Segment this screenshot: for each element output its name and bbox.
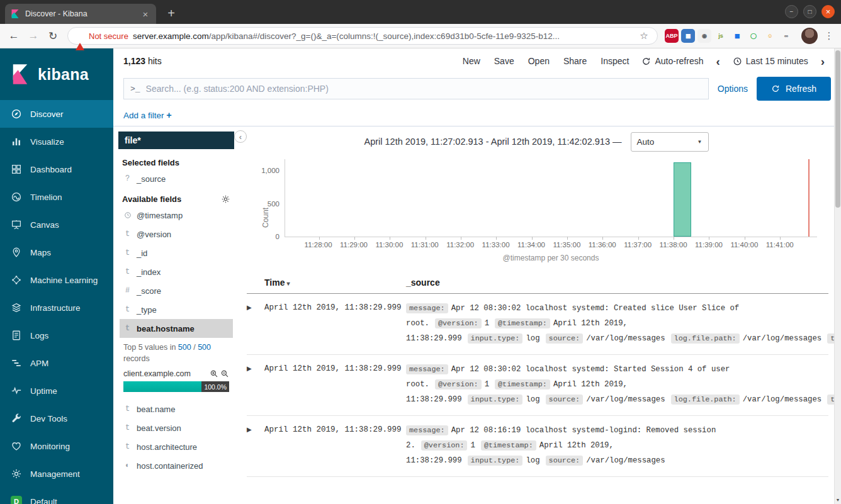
search-input[interactable] — [146, 84, 702, 94]
expand-doc-icon[interactable]: ▶ — [247, 301, 264, 346]
index-pattern-header[interactable]: file* — [118, 132, 234, 149]
grid-ext-icon[interactable]: ▦ — [730, 29, 744, 43]
x-tick-label: 11:29:00 — [340, 241, 368, 249]
add-filter-link[interactable]: Add a filter + — [123, 110, 172, 120]
field-item-beat.name[interactable]: tbeat.name — [120, 400, 233, 418]
emoji-ext-icon[interactable]: ☺ — [763, 29, 777, 43]
field-item-_source[interactable]: ?_source — [120, 169, 233, 188]
timelion-icon — [11, 191, 22, 203]
zoom-out-icon[interactable] — [220, 369, 229, 378]
collapse-fields-button[interactable]: ‹ — [234, 130, 247, 143]
sidebar-item-infrastructure[interactable]: Infrastructure — [0, 294, 113, 322]
options-link[interactable]: Options — [718, 84, 748, 94]
sidebar-item-management[interactable]: Management — [0, 460, 113, 488]
js-ext-icon[interactable]: js — [714, 29, 728, 43]
green-ring-ext-icon[interactable]: ◯ — [747, 29, 760, 43]
zoom-in-icon[interactable] — [210, 369, 218, 378]
x-tick-label: 11:39:00 — [695, 241, 723, 249]
source-field-badge: log.file.path: — [671, 333, 740, 344]
browser-tab[interactable]: Discover - Kibana × — [5, 4, 156, 24]
field-item-_type[interactable]: t_type — [120, 300, 233, 319]
canvas-icon — [11, 219, 22, 230]
topbar-share-button[interactable]: Share — [563, 56, 587, 66]
compass-icon — [11, 108, 22, 120]
topbar-save-button[interactable]: Save — [494, 56, 514, 66]
auto-refresh-icon — [641, 57, 651, 66]
topbar-open-button[interactable]: Open — [528, 56, 550, 66]
histogram-chart[interactable]: Count 05001,000 11:28:0011:29:0011:30:00… — [244, 159, 828, 266]
sidebar-item-dev-tools[interactable]: Dev Tools — [0, 405, 113, 432]
bookmark-star-icon[interactable]: ☆ — [638, 30, 650, 42]
field-settings-gear-icon[interactable] — [221, 194, 230, 204]
field-item-beat.version[interactable]: tbeat.version — [120, 418, 233, 437]
back-button[interactable]: ← — [6, 30, 21, 42]
tab-close-icon[interactable]: × — [140, 9, 151, 20]
time-range-button[interactable]: Last 15 minutes — [733, 56, 808, 66]
topbar-new-button[interactable]: New — [463, 56, 480, 66]
histogram-plot-area[interactable]: 05001,000 — [285, 159, 817, 237]
field-records-total-link[interactable]: 500 — [198, 343, 211, 352]
sidebar-item-uptime[interactable]: Uptime — [0, 377, 113, 405]
link-ext-icon[interactable]: ∞ — [779, 29, 793, 43]
reload-button[interactable]: ↻ — [45, 30, 60, 43]
ring-ext-icon[interactable]: ◉ — [697, 29, 711, 43]
histogram-bar[interactable] — [674, 162, 691, 237]
search-input-box[interactable]: >_ — [123, 78, 709, 99]
time-column-header[interactable]: Time▾ — [264, 277, 406, 288]
field-item-host.containerized[interactable]: ◐host.containerized — [120, 456, 233, 475]
image-ext-icon[interactable]: ▦ — [681, 29, 695, 43]
sidebar-item-timelion[interactable]: Timelion — [0, 183, 113, 211]
sidebar-item-default-space[interactable]: DDefault — [0, 488, 113, 504]
string-type-icon: t — [123, 405, 132, 413]
window-minimize-button[interactable]: − — [785, 5, 798, 18]
browser-menu-icon[interactable]: ⋮ — [823, 30, 835, 42]
expand-doc-icon[interactable]: ▶ — [247, 423, 264, 468]
source-field-badge: @version: — [435, 318, 482, 328]
time-forward-button[interactable]: › — [821, 55, 825, 67]
x-tick-label: 11:30:00 — [375, 241, 403, 249]
sidebar-item-visualize[interactable]: Visualize — [0, 128, 113, 155]
profile-avatar[interactable] — [801, 28, 818, 44]
field-records-link[interactable]: 500 — [178, 343, 191, 352]
forward-button[interactable]: → — [26, 30, 41, 42]
field-item-_index[interactable]: t_index — [120, 262, 233, 281]
x-tick-label: 11:41:00 — [766, 241, 794, 249]
adblock-icon[interactable]: ABP — [665, 29, 679, 43]
sidebar-item-discover[interactable]: Discover — [0, 100, 113, 128]
source-field-badge: @version: — [421, 440, 468, 451]
field-details: Top 5 values in 500 / 500 recordsclient.… — [120, 338, 233, 400]
kibana-logo[interactable]: kibana — [0, 48, 113, 100]
window-close-button[interactable]: × — [821, 5, 835, 18]
field-item-@timestamp[interactable]: @timestamp — [120, 206, 233, 225]
sidebar-item-dashboard[interactable]: Dashboard — [0, 155, 113, 183]
sidebar-item-maps[interactable]: Maps — [0, 238, 113, 266]
sidebar-item-apm[interactable]: APM — [0, 349, 113, 377]
kibana-app: kibana DiscoverVisualizeDashboardTimelio… — [0, 48, 841, 504]
refresh-button[interactable]: Refresh — [757, 77, 831, 101]
field-item-@version[interactable]: t@version — [120, 225, 233, 244]
url-bar[interactable]: Not secure server.example.com/app/kibana… — [67, 27, 658, 45]
sidebar-item-monitoring[interactable]: Monitoring — [0, 432, 113, 460]
page-scrollbar[interactable]: ▼ — [834, 48, 841, 504]
auto-refresh-button[interactable]: Auto-refresh — [641, 56, 703, 66]
field-item-_id[interactable]: t_id — [120, 244, 233, 262]
sidebar-item-canvas[interactable]: Canvas — [0, 211, 113, 238]
interval-select[interactable]: Auto ▼ — [631, 132, 709, 152]
field-item-host.architecture[interactable]: thost.architecture — [120, 437, 233, 456]
scrollbar-down-arrow[interactable]: ▼ — [835, 496, 841, 504]
topbar-inspect-button[interactable]: Inspect — [601, 56, 629, 66]
field-item-_score[interactable]: #_score — [120, 281, 233, 300]
time-back-button[interactable]: ‹ — [716, 55, 720, 67]
x-tick-mark — [532, 237, 533, 240]
extensions-row: ABP▦◉js▦◯☺∞ — [665, 29, 793, 43]
sidebar-item-logs[interactable]: Logs — [0, 322, 113, 349]
field-item-beat.hostname[interactable]: tbeat.hostname — [120, 319, 233, 338]
window-maximize-button[interactable]: □ — [803, 5, 816, 18]
not-secure-warning-icon[interactable] — [76, 32, 84, 40]
sidebar-item-machine-learning[interactable]: Machine Learning — [0, 266, 113, 294]
expand-doc-icon[interactable]: ▶ — [247, 362, 264, 407]
new-tab-button[interactable]: + — [164, 6, 179, 21]
browser-window: Discover - Kibana × + − □ × ← → ↻ Not se… — [0, 0, 841, 504]
scrollbar-thumb[interactable] — [835, 50, 840, 208]
source-field-badge: @timestamp: — [495, 379, 550, 389]
